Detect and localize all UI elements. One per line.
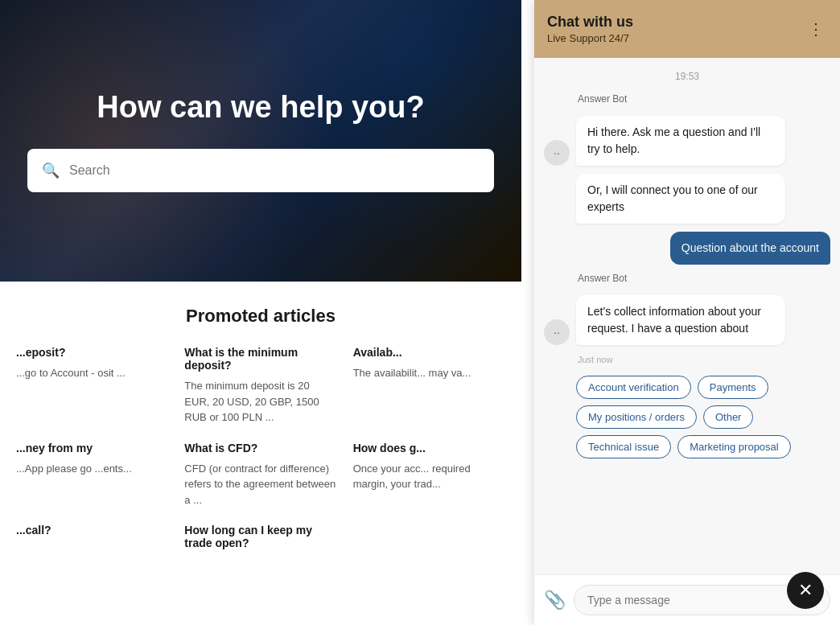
article-title: What is the minimum deposit?	[184, 346, 336, 372]
list-item: What is CFD? CFD (or contract for differ…	[184, 442, 336, 508]
hero-section: How can we help you? 🔍	[0, 0, 521, 282]
list-item: What is the minimum deposit? The minimum…	[184, 346, 336, 426]
article-text: CFD (or contract for difference) refers …	[184, 461, 336, 508]
article-text: ...go to Account - osit ...	[16, 365, 168, 381]
list-item: ...eposit? ...go to Account - osit ...	[16, 346, 168, 426]
left-side: How can we help you? 🔍 Promoted articles…	[0, 0, 521, 580]
list-item: Availab... The availabilit... may va...	[353, 346, 505, 426]
article-title: How does g...	[353, 442, 505, 454]
attach-button[interactable]: 📎	[544, 590, 566, 611]
article-title: Availab...	[353, 346, 505, 359]
bot-bubble-1: Hi there. Ask me a question and I'll try…	[576, 116, 785, 166]
just-now-label: Just now	[578, 355, 830, 364]
article-text: ...App please go ...ents...	[16, 461, 168, 477]
article-title: ...call?	[16, 524, 168, 537]
search-input[interactable]	[69, 163, 480, 178]
close-button[interactable]: ✕	[787, 572, 824, 609]
search-icon: 🔍	[42, 162, 60, 179]
article-title: How long can I keep my trade open?	[184, 524, 336, 549]
bot-label-2: Answer Bot	[578, 273, 830, 284]
article-title: What is CFD?	[184, 442, 336, 454]
bot-label-1: Answer Bot	[578, 93, 830, 105]
option-technical-issue[interactable]: Technical issue	[576, 435, 671, 458]
articles-section: Promoted articles ...eposit? ...go to Ac…	[0, 282, 521, 580]
chat-title: Chat with us	[547, 14, 633, 31]
articles-section-title: Promoted articles	[16, 306, 505, 327]
list-item: How does g... Once your acc... required …	[353, 442, 505, 508]
list-item: How long can I keep my trade open?	[184, 524, 336, 556]
avatar: ··	[544, 140, 570, 166]
option-marketing-proposal[interactable]: Marketing proposal	[677, 435, 791, 458]
list-item: ...ney from my ...App please go ...ents.…	[16, 442, 168, 508]
article-title: ...ney from my	[16, 442, 168, 454]
option-other[interactable]: Other	[703, 405, 754, 429]
bot-bubble-3: Let's collect information about your req…	[576, 295, 785, 345]
hero-title: How can we help you?	[97, 89, 425, 126]
chat-timestamp: 19:53	[544, 71, 830, 82]
search-bar: 🔍	[27, 149, 494, 192]
chat-header-info: Chat with us Live Support 24/7	[547, 14, 633, 44]
article-text: The availabilit... may va...	[353, 365, 505, 381]
chat-header: Chat with us Live Support 24/7 ⋮	[534, 0, 840, 58]
bot-message-row-1: ·· Hi there. Ask me a question and I'll …	[544, 116, 830, 166]
option-my-positions-orders[interactable]: My positions / orders	[576, 405, 697, 429]
chat-menu-button[interactable]: ⋮	[805, 16, 827, 42]
avatar: ··	[544, 319, 570, 345]
article-text: The minimum deposit is 20 EUR, 20 USD, 2…	[184, 378, 336, 426]
article-text: Once your acc... required margin, your t…	[353, 461, 505, 492]
user-message-row-1: Question about the account	[544, 232, 830, 265]
option-account-verification[interactable]: Account verification	[576, 376, 691, 399]
articles-grid: ...eposit? ...go to Account - osit ... W…	[16, 346, 505, 556]
chat-body: 19:53 Answer Bot ·· Hi there. Ask me a q…	[534, 58, 840, 574]
user-bubble-1: Question about the account	[670, 232, 830, 265]
bot-message-row-2: Or, I will connect you to one of our exp…	[544, 174, 830, 224]
list-item: ...call?	[16, 524, 168, 556]
chat-options: Account verification Payments My positio…	[576, 376, 830, 458]
bot-bubble-2: Or, I will connect you to one of our exp…	[576, 174, 785, 224]
article-title: ...eposit?	[16, 346, 168, 359]
bot-message-row-3: ·· Let's collect information about your …	[544, 295, 830, 345]
chat-panel: Chat with us Live Support 24/7 ⋮ 19:53 A…	[534, 0, 840, 625]
option-payments[interactable]: Payments	[698, 376, 768, 399]
chat-subtitle: Live Support 24/7	[547, 32, 633, 44]
